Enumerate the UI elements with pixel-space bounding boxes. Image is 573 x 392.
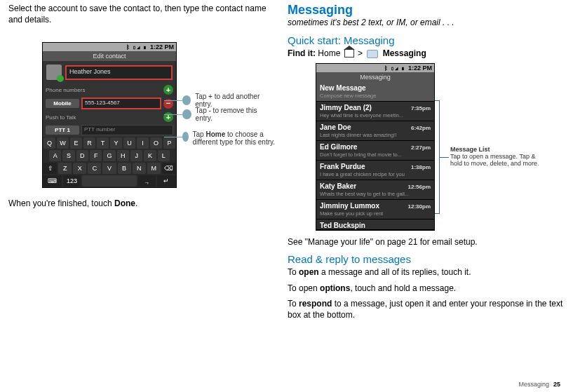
- key[interactable]: M: [147, 163, 161, 174]
- add-photo-icon[interactable]: [46, 65, 62, 80]
- see-email-note: See "Manage your life" on page 21 for em…: [288, 236, 565, 248]
- section-phone-numbers: Phone numbers: [46, 87, 85, 93]
- key[interactable]: O: [150, 137, 162, 149]
- p-respond: To respond to a message, just open it an…: [288, 298, 565, 320]
- p-open: To open a message and all of its replies…: [288, 266, 565, 278]
- key[interactable]: R: [83, 137, 95, 149]
- message-item[interactable]: Katy Baker12:56pm Whats the best way to …: [316, 180, 434, 200]
- intro-text: Select the account to save the contact t…: [8, 3, 268, 25]
- p-options: To open options, touch and hold a messag…: [288, 283, 565, 294]
- page-footer: Messaging25: [518, 381, 560, 388]
- messaging-phone-mock: ᛒ ▯◢ ▮ 1:22 PM Messaging New Message Com…: [316, 63, 435, 231]
- message-item[interactable]: Jimminy Lummox12:30pm Make sure you pick…: [316, 200, 434, 219]
- key-punct[interactable]: .,: [138, 175, 156, 187]
- contact-name-input[interactable]: Heather Jones: [65, 65, 173, 80]
- message-list-annotation: Message List Tap to open a message. Tap …: [450, 146, 548, 167]
- key[interactable]: P: [163, 137, 175, 149]
- outro-text: When you're finished, touch Done.: [8, 198, 268, 209]
- screen-title: Messaging: [316, 72, 434, 82]
- subheading-quick-start: Quick start: Messaging: [288, 34, 565, 46]
- key[interactable]: X: [73, 163, 86, 174]
- ptt-value-input[interactable]: PTT number: [81, 125, 173, 135]
- callout-leader-icon: [182, 132, 189, 142]
- message-item[interactable]: Frank Purdue1:38pm I have a great chicke…: [316, 161, 434, 180]
- bracket-icon: [435, 100, 440, 214]
- key[interactable]: L: [158, 150, 170, 161]
- key[interactable]: K: [144, 150, 156, 161]
- key-shift[interactable]: ⇧: [43, 163, 57, 174]
- key-space[interactable]: [82, 175, 136, 187]
- key[interactable]: D: [76, 150, 88, 161]
- status-icons: ᛒ ▯◢ ▮: [384, 65, 405, 72]
- key[interactable]: A: [49, 150, 61, 161]
- key[interactable]: N: [133, 163, 146, 174]
- phone-value-input[interactable]: 555-123-4567: [81, 97, 161, 109]
- phone-type-mobile[interactable]: Mobile: [46, 99, 79, 108]
- add-phone-icon[interactable]: +: [163, 85, 173, 95]
- message-item[interactable]: Jimmy Dean (2)7:35pm Hey what time is ev…: [316, 102, 434, 121]
- callout-remove-entry: Tap - to remove this entry.: [196, 107, 268, 122]
- key[interactable]: B: [118, 163, 131, 174]
- key[interactable]: E: [70, 137, 82, 149]
- edit-contact-phone-mock: ᛒ ▯◢ ▮ 1:22 PM Edit contact Heather Jone…: [42, 42, 177, 188]
- key[interactable]: Q: [43, 137, 55, 149]
- key[interactable]: F: [90, 150, 102, 161]
- onscreen-keyboard[interactable]: Q W E R T Y U I O P A S D: [43, 137, 176, 187]
- section-heading-messaging: Messaging: [288, 3, 565, 18]
- status-time: 1:22 PM: [408, 65, 432, 72]
- ptt-type[interactable]: PTT 1: [46, 126, 79, 135]
- subheading-read-reply: Read & reply to messages: [288, 253, 565, 265]
- callout-leader-icon: [182, 109, 191, 119]
- messaging-icon: [367, 50, 378, 58]
- key-enter[interactable]: ↵: [157, 175, 175, 187]
- find-it-line: Find it: Home > Messaging: [288, 48, 565, 59]
- key[interactable]: U: [123, 137, 135, 149]
- section-ptt: Push to Talk: [46, 114, 76, 121]
- message-item[interactable]: Ted Buckspin: [316, 219, 434, 230]
- status-bar: ᛒ ▯◢ ▮ 1:22 PM: [316, 64, 434, 72]
- callout-add-entry: Tap + to add another entry.: [195, 93, 268, 108]
- screen-title: Edit contact: [43, 51, 176, 61]
- key[interactable]: V: [102, 163, 116, 174]
- key[interactable]: I: [137, 137, 149, 149]
- new-message-item[interactable]: New Message Compose new message: [316, 82, 434, 102]
- key-keyboard[interactable]: ⌨: [43, 175, 62, 187]
- callout-home-type: Tap Home to choose a different type for …: [193, 130, 288, 146]
- key[interactable]: Z: [58, 163, 72, 174]
- tagline: sometimes it's best 2 text, or IM, or em…: [288, 18, 565, 27]
- key[interactable]: C: [88, 163, 101, 174]
- key[interactable]: H: [117, 150, 129, 161]
- key-123[interactable]: 123: [63, 175, 81, 187]
- key[interactable]: W: [57, 137, 69, 149]
- message-item[interactable]: Ed Gilmore2:27pm Don't forget to bring t…: [316, 141, 434, 161]
- key[interactable]: Y: [110, 137, 122, 149]
- home-icon: [344, 50, 354, 58]
- key[interactable]: T: [97, 137, 109, 149]
- key[interactable]: S: [62, 150, 74, 161]
- status-time: 1:22 PM: [150, 43, 174, 50]
- status-bar: ᛒ ▯◢ ▮ 1:22 PM: [43, 43, 176, 51]
- key[interactable]: G: [103, 150, 115, 161]
- callout-leader-icon: [182, 95, 191, 105]
- key-backspace[interactable]: ⌫: [162, 163, 175, 174]
- status-icons: ᛒ ▯◢ ▮: [126, 44, 147, 50]
- key[interactable]: J: [130, 150, 142, 161]
- message-item[interactable]: Jane Doe6:42pm Last nights dinner was am…: [316, 121, 434, 141]
